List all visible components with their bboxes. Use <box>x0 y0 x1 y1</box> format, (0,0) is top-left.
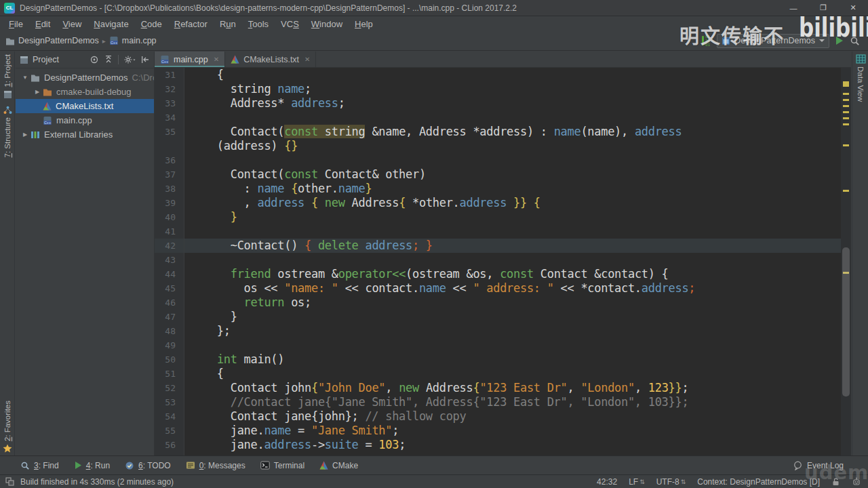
error-stripe-mark[interactable] <box>843 190 849 192</box>
run-config-select[interactable]: DesignPatternDemos <box>717 34 829 48</box>
code-line[interactable]: 38 : name {other.name} <box>155 182 841 196</box>
tool-button-data-view[interactable]: Data View <box>852 54 868 102</box>
code-line[interactable]: 47 } <box>155 310 841 324</box>
error-stripe-mark[interactable] <box>843 81 849 87</box>
code-line[interactable]: 40 } <box>155 210 841 224</box>
minimize-button[interactable]: — <box>778 0 808 16</box>
tree-item-cmakelists-txt[interactable]: CMakeLists.txt <box>16 99 154 113</box>
code-line[interactable]: 55 jane.name = "Jane Smith"; <box>155 424 841 438</box>
code-scroll[interactable]: 31 {32 string name;33 Address* address;3… <box>155 68 841 455</box>
code-line[interactable]: 49 <box>155 338 841 352</box>
tool-button-2--favorites[interactable]: 2: Favorites <box>3 401 12 453</box>
code-line[interactable]: 46 return os; <box>155 296 841 310</box>
tool-button-terminal[interactable]: Terminal <box>260 461 304 470</box>
editor-scrollbar[interactable] <box>842 247 850 396</box>
code-line[interactable]: 42 ~Contact() { delete address; } <box>155 239 841 253</box>
code-line[interactable]: 54 Contact jane{john}; // shallow copy <box>155 409 841 424</box>
menu-refactor[interactable]: Refactor <box>168 18 214 30</box>
menu-file[interactable]: File <box>3 18 29 30</box>
tree-item-label: cmake-build-debug <box>56 87 132 97</box>
folder-icon <box>31 73 40 82</box>
code-line[interactable]: 41 <box>155 224 841 239</box>
code-line[interactable]: 56 jane.address->suite = 103; <box>155 438 841 452</box>
error-stripe-mark[interactable] <box>843 93 849 95</box>
tab-close-icon[interactable]: ✕ <box>304 56 310 63</box>
menu-view[interactable]: View <box>56 18 87 30</box>
menu-tools[interactable]: Tools <box>242 18 275 30</box>
lock-icon[interactable] <box>831 477 840 486</box>
error-stripe-mark[interactable] <box>843 111 849 113</box>
search-everywhere-icon[interactable] <box>850 36 860 46</box>
status-item-2[interactable]: UTF-8⇅ <box>656 477 686 487</box>
menu-navigate[interactable]: Navigate <box>87 18 134 30</box>
hide-icon[interactable] <box>140 55 150 64</box>
tree-item-external-libraries[interactable]: ▶External Libraries <box>16 127 154 142</box>
maximize-button[interactable]: ❐ <box>808 0 838 16</box>
run-button[interactable] <box>836 37 843 45</box>
code-line[interactable]: 44 friend ostream &operator<<(ostream &o… <box>155 267 841 281</box>
error-stripe-mark[interactable] <box>843 117 849 119</box>
code-line[interactable]: (address) {} <box>155 139 841 153</box>
tool-button---run[interactable]: 4: Run <box>74 461 110 470</box>
line-number: 55 <box>155 424 184 438</box>
tool-button-cmake[interactable]: CMake <box>319 461 358 470</box>
memory-view-icon[interactable]: 01 10 01 <box>702 35 710 47</box>
tab-close-icon[interactable]: ✕ <box>214 56 219 63</box>
error-stripe-mark[interactable] <box>843 105 849 107</box>
tree-expand-arrow-icon[interactable]: ▶ <box>20 131 31 138</box>
breadcrumb-item-main-cpp[interactable]: C++main.cpp <box>109 36 157 45</box>
toolwindow-switcher-icon[interactable] <box>5 477 14 486</box>
tool-button---todo[interactable]: 6: TODO <box>125 461 171 470</box>
line-number: 39 <box>155 196 184 210</box>
tree-expand-arrow-icon[interactable]: ▶ <box>32 89 43 95</box>
code-line[interactable]: 52 Contact john{"John Doe", new Address{… <box>155 381 841 395</box>
tool-button-event-log[interactable]: Event Log <box>793 461 844 470</box>
code-line[interactable]: 31 { <box>155 68 841 82</box>
tree-item-main-cpp[interactable]: C++main.cpp <box>16 113 154 127</box>
close-button[interactable]: ✕ <box>838 0 868 16</box>
settings-icon[interactable] <box>123 55 136 64</box>
collapse-icon[interactable] <box>104 55 113 64</box>
tree-expand-arrow-icon[interactable]: ▼ <box>20 75 31 81</box>
tool-button---messages[interactable]: 0: Messages <box>186 461 245 470</box>
error-stripe-mark[interactable] <box>843 144 849 146</box>
tab-cmakelists-txt[interactable]: CMakeLists.txt✕ <box>225 52 316 67</box>
locate-icon[interactable] <box>90 55 99 64</box>
code-line[interactable]: 53 //Contact jane{"Jane Smith", Address{… <box>155 395 841 409</box>
tree-item-cmake-build-debug[interactable]: ▶cmake-build-debug <box>16 85 154 99</box>
code-line[interactable]: 43 <box>155 253 841 267</box>
menu-vcs[interactable]: VCS <box>275 18 305 30</box>
error-stripe-mark[interactable] <box>843 99 849 101</box>
tool-button-1--project[interactable]: 1: Project <box>3 54 12 99</box>
code-line[interactable]: 39 , address { new Address{ *other.addre… <box>155 196 841 210</box>
error-stripe-mark[interactable] <box>843 123 849 125</box>
tool-button---find[interactable]: 3: Find <box>20 461 59 470</box>
line-number: 51 <box>155 367 184 381</box>
status-item-1[interactable]: LF⇅ <box>629 477 645 487</box>
menu-run[interactable]: Run <box>214 18 242 30</box>
code-line[interactable]: 48 }; <box>155 324 841 338</box>
status-item-0[interactable]: 42:32 <box>597 477 617 487</box>
code-line[interactable]: 35 Contact(const string &name, Address *… <box>155 125 841 139</box>
tab-main-cpp[interactable]: C++main.cpp✕ <box>155 52 225 67</box>
tree-item-label: CMakeLists.txt <box>56 101 113 111</box>
code-line[interactable]: 37 Contact(const Contact& other) <box>155 167 841 182</box>
tool-button-7--structure[interactable]: 7: Structure <box>3 106 12 157</box>
line-number: 45 <box>155 281 184 296</box>
code-line[interactable]: 34 <box>155 110 841 125</box>
line-number: 31 <box>155 68 184 82</box>
code-line[interactable]: 36 <box>155 153 841 167</box>
code-line[interactable]: 32 string name; <box>155 82 841 96</box>
code-line[interactable]: 33 Address* address; <box>155 96 841 110</box>
menu-edit[interactable]: Edit <box>29 18 56 30</box>
menu-code[interactable]: Code <box>135 18 168 30</box>
hector-icon[interactable] <box>852 477 861 486</box>
menu-help[interactable]: Help <box>349 18 379 30</box>
status-item-3[interactable]: Context: DesignPatternDemos [D] <box>697 477 820 487</box>
breadcrumb-item-designpatterndemos[interactable]: DesignPatternDemos <box>5 36 99 45</box>
code-line[interactable]: 51 { <box>155 367 841 381</box>
menu-window[interactable]: Window <box>305 18 349 30</box>
tree-item-designpatterndemos[interactable]: ▼DesignPatternDemosC:\Drop <box>16 70 154 85</box>
code-line[interactable]: 50 int main() <box>155 352 841 367</box>
code-line[interactable]: 45 os << "name: " << contact.name << " a… <box>155 281 841 296</box>
